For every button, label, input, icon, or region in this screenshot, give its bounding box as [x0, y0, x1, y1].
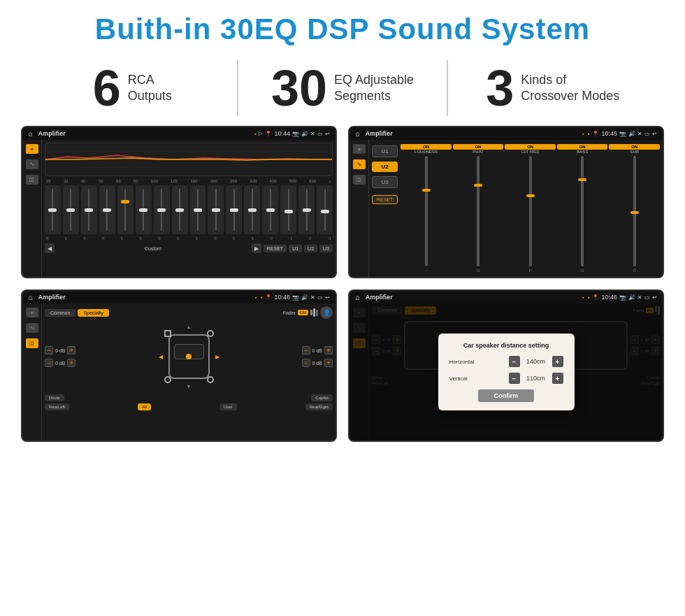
sidebar-eq-icon[interactable]: ≡	[26, 144, 38, 154]
db-minus-rr[interactable]: −	[302, 359, 310, 367]
person-icon[interactable]: 👤	[320, 306, 333, 319]
sidebar-eq-icon-3[interactable]: ≡	[26, 308, 38, 317]
user-btn[interactable]: User	[219, 403, 237, 410]
stat-crossover: 3 Kinds of Crossover Modes	[462, 63, 643, 113]
specialty-main: Common Specialty Fader ON 👤	[42, 303, 336, 440]
eq-slider-4[interactable]	[117, 185, 134, 234]
rect-icon-3: ▭	[317, 294, 323, 301]
eq-slider-15[interactable]	[317, 185, 333, 234]
status-time-3: 10:46	[274, 294, 290, 301]
db-minus-rl[interactable]: −	[45, 359, 53, 367]
screen3-title: Amplifier	[38, 294, 252, 301]
all-btn[interactable]: All	[138, 403, 151, 410]
cutfreq-val: F	[529, 268, 532, 273]
eq-slider-9[interactable]	[208, 185, 224, 234]
eq-reset-btn[interactable]: RESET	[264, 245, 287, 252]
back-icon[interactable]: ↩	[325, 131, 330, 137]
dialog-box: Car speaker distance setting Horizontal …	[438, 334, 575, 410]
db-plus-fr[interactable]: +	[324, 346, 333, 354]
crossover-reset-btn[interactable]: RESET	[372, 195, 398, 204]
eq-slider-6[interactable]	[154, 185, 170, 234]
status-bar-2: ⌂ Amplifier ● ● 📍 10:45 📷 🔊 ✕ ▭ ↩	[349, 127, 663, 140]
eq-slider-7[interactable]	[172, 185, 188, 234]
loudness-on: ON	[401, 144, 452, 150]
screen-specialty: ⌂ Amplifier ● ● 📍 10:46 📷 🔊 ✕ ▭ ↩ ≡ ∿ ◫	[21, 289, 337, 442]
db-plus-rl[interactable]: +	[67, 359, 75, 367]
status-icons-2: 📍 10:45 📷 🔊 ✕ ▭ ↩	[592, 130, 657, 137]
sidebar-vol-icon-3[interactable]: ◫	[26, 338, 38, 348]
db-minus-fl[interactable]: −	[45, 346, 53, 354]
driver-btn[interactable]: Driver	[45, 394, 64, 401]
db-val-fr: 0 dB	[312, 348, 322, 353]
stat-text-eq: EQ Adjustable Segments	[334, 72, 414, 105]
vertical-minus-btn[interactable]: −	[509, 373, 520, 384]
eq-u2-btn[interactable]: U2	[304, 245, 317, 252]
eq-slider-8[interactable]	[190, 185, 206, 234]
eq-next-btn[interactable]: ▶	[252, 243, 261, 253]
eq-slider-14[interactable]	[298, 185, 315, 234]
eq-slider-1[interactable]	[63, 185, 79, 234]
db-val-rr: 0 dB	[312, 361, 322, 366]
stat-number-30: 30	[271, 63, 327, 113]
vertical-value: 110cm	[523, 375, 549, 382]
home-icon-3[interactable]: ⌂	[28, 293, 33, 301]
eq-slider-10[interactable]	[226, 185, 242, 234]
home-icon-4[interactable]: ⌂	[355, 293, 360, 301]
db-minus-fr[interactable]: −	[302, 346, 310, 354]
status-dot4: ●	[582, 295, 584, 299]
eq-slider-3[interactable]	[99, 185, 115, 234]
eq-u3-btn[interactable]: U3	[319, 245, 333, 252]
home-icon[interactable]: ⌂	[28, 129, 33, 138]
status-icons-1: 📍 10:44 📷 🔊 ✕ ▭ ↩	[265, 130, 330, 137]
status-time-4: 10:46	[601, 294, 617, 301]
db-control-rl: − 0 dB +	[45, 359, 75, 367]
db-control-rr: − 0 dB +	[302, 359, 333, 367]
eq-slider-13[interactable]	[280, 185, 296, 234]
eq-slider-11[interactable]	[244, 185, 260, 234]
camera-icon-4: 📷	[619, 294, 626, 301]
eq-u1-btn[interactable]: U1	[289, 245, 302, 252]
eq-slider-5[interactable]	[136, 185, 152, 234]
copilot-btn[interactable]: Copilot	[311, 394, 333, 401]
back-icon-4[interactable]: ↩	[652, 294, 657, 301]
sidebar-wave-icon-3[interactable]: ∿	[26, 323, 38, 333]
db-control-fl: − 0 dB +	[45, 346, 75, 354]
db-plus-fl[interactable]: +	[67, 346, 75, 354]
eq-prev-btn[interactable]: ◀	[45, 243, 55, 253]
screen-crossover: ⌂ Amplifier ● ● 📍 10:45 📷 🔊 ✕ ▭ ↩ ≡ ∿ ◫	[348, 126, 664, 278]
sidebar-eq-icon-2[interactable]: ≡	[353, 144, 366, 154]
eq-slider-12[interactable]	[262, 185, 278, 234]
confirm-button[interactable]: Confirm	[478, 389, 534, 402]
db-plus-rr[interactable]: +	[324, 359, 333, 367]
u3-btn[interactable]: U3	[372, 176, 398, 188]
phat-val: G	[477, 268, 480, 273]
horizontal-minus-btn[interactable]: −	[509, 356, 520, 367]
sidebar-vol-icon-2[interactable]: ◫	[353, 175, 366, 185]
u2-btn[interactable]: U2	[372, 162, 398, 172]
eq-slider-2[interactable]	[81, 185, 97, 234]
sidebar-wave-icon[interactable]: ∿	[26, 159, 38, 169]
eq-freq-labels: 2532405063 80100125160200 25032040050063…	[45, 179, 333, 183]
dialog-overlay: Car speaker distance setting Horizontal …	[349, 303, 663, 440]
sidebar-wave-icon-2[interactable]: ∿	[353, 159, 366, 169]
common-tab[interactable]: Common	[45, 309, 75, 317]
sub-label: SUB	[630, 150, 639, 154]
specialty-tab[interactable]: Specialty	[78, 309, 108, 317]
u1-btn[interactable]: U1	[372, 145, 398, 157]
vertical-plus-btn[interactable]: +	[552, 373, 563, 384]
status-dot1: ●	[254, 131, 256, 136]
volume-icon-3: 🔊	[301, 294, 308, 301]
horizontal-plus-btn[interactable]: +	[552, 356, 563, 367]
screen1-title: Amplifier	[38, 130, 252, 137]
rearleft-btn[interactable]: RearLeft	[45, 403, 69, 410]
home-icon-2[interactable]: ⌂	[355, 129, 360, 138]
status-time-1: 10:44	[274, 130, 290, 137]
rearright-btn[interactable]: RearRight	[305, 403, 333, 410]
status-icons-3: 📍 10:46 📷 🔊 ✕ ▭ ↩	[265, 294, 330, 301]
fader-on-badge: ON	[298, 310, 308, 315]
eq-slider-0[interactable]	[45, 185, 61, 234]
horizontal-value: 140cm	[523, 358, 549, 365]
sidebar-vol-icon[interactable]: ◫	[26, 175, 38, 185]
back-icon-2[interactable]: ↩	[652, 131, 657, 137]
back-icon-3[interactable]: ↩	[325, 294, 330, 301]
